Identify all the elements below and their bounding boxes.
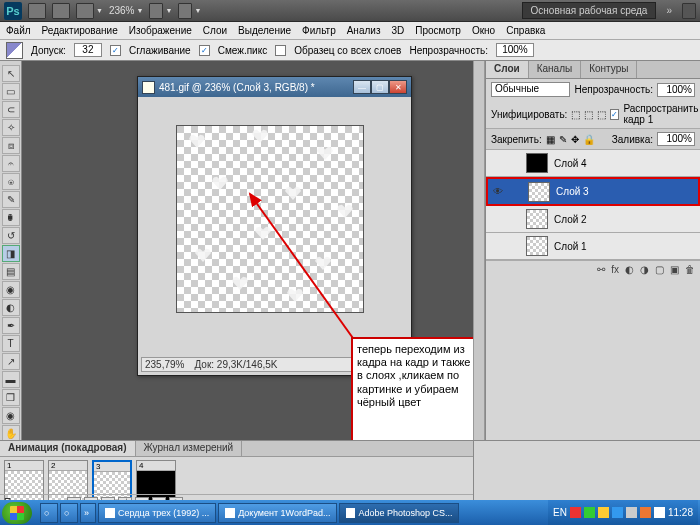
tray-icon-2[interactable]	[584, 507, 595, 518]
document-titlebar[interactable]: 481.gif @ 236% (Слой 3, RGB/8) * — ▢ ✕	[138, 77, 411, 97]
lasso-tool[interactable]: ⊂	[2, 101, 20, 118]
quicklaunch-2[interactable]: ○	[60, 503, 78, 523]
quicklaunch-1[interactable]: ○	[40, 503, 58, 523]
healing-tool[interactable]: ⍟	[2, 173, 20, 190]
tray-icon-5[interactable]	[626, 507, 637, 518]
blur-tool[interactable]: ◉	[2, 281, 20, 298]
tray-icon-4[interactable]	[612, 507, 623, 518]
brush-tool[interactable]: ✎	[2, 191, 20, 208]
3d-camera-tool[interactable]: ◉	[2, 407, 20, 424]
layer-thumb	[526, 209, 548, 229]
layer-opacity-input[interactable]: 100%	[657, 83, 695, 97]
taskbar-item[interactable]: Сердца трех (1992) ...	[98, 503, 216, 523]
stamp-tool[interactable]: ⧯	[2, 209, 20, 226]
maximize-button[interactable]: ▢	[371, 80, 389, 94]
screen-mode-dropdown[interactable]: ▼	[178, 3, 201, 19]
wand-tool[interactable]: ✧	[2, 119, 20, 136]
tab-paths[interactable]: Контуры	[581, 61, 637, 78]
path-tool[interactable]: ↗	[2, 353, 20, 370]
unify-style-icon[interactable]: ⬚	[597, 109, 606, 120]
layer-row[interactable]: Слой 1	[486, 233, 700, 260]
tab-measurement-log[interactable]: Журнал измерений	[136, 441, 243, 456]
menu-3d[interactable]: 3D	[391, 25, 404, 36]
menu-edit[interactable]: Редактирование	[42, 25, 118, 36]
app-titlebar: Ps ▼ 236%▼ ▼ ▼ Основная рабочая среда »	[0, 0, 700, 22]
unify-pos-icon[interactable]: ⬚	[571, 109, 580, 120]
menu-file[interactable]: Файл	[6, 25, 31, 36]
menu-layers[interactable]: Слои	[203, 25, 227, 36]
history-brush-tool[interactable]: ↺	[2, 227, 20, 244]
tab-animation[interactable]: Анимация (покадровая)	[0, 441, 136, 456]
menu-select[interactable]: Выделение	[238, 25, 291, 36]
delete-layer-icon[interactable]: 🗑	[685, 264, 695, 275]
visibility-icon[interactable]: 👁	[488, 186, 508, 197]
taskbar-item[interactable]: Документ 1WordPad...	[218, 503, 337, 523]
all-layers-checkbox[interactable]	[275, 45, 286, 56]
cslive-icon[interactable]	[682, 3, 696, 19]
bridge-icon[interactable]	[28, 3, 46, 19]
crop-tool[interactable]: ⧈	[2, 137, 20, 154]
pen-tool[interactable]: ✒	[2, 317, 20, 334]
workspace-more-icon[interactable]: »	[662, 5, 676, 16]
minibridge-icon[interactable]	[52, 3, 70, 19]
close-button[interactable]: ✕	[389, 80, 407, 94]
lock-pos-icon[interactable]: ✥	[571, 134, 579, 145]
lock-all-icon[interactable]: 🔒	[583, 134, 595, 145]
taskbar-item[interactable]: Adobe Photoshop CS...	[339, 503, 459, 523]
new-layer-icon[interactable]: ▣	[670, 264, 679, 275]
panel-collapse-strip[interactable]	[473, 61, 485, 485]
adjustment-icon[interactable]: ◑	[640, 264, 649, 275]
move-tool[interactable]: ↖	[2, 65, 20, 82]
layer-row[interactable]: Слой 2	[486, 206, 700, 233]
start-button[interactable]	[2, 502, 32, 524]
tab-layers[interactable]: Слои	[486, 61, 529, 78]
canvas[interactable]	[176, 125, 364, 313]
quicklaunch-more[interactable]: »	[80, 503, 96, 523]
menu-view[interactable]: Просмотр	[415, 25, 461, 36]
layer-row[interactable]: Слой 4	[486, 150, 700, 177]
workspace-switcher[interactable]: Основная рабочая среда	[522, 2, 657, 19]
eyedropper-tool[interactable]: 𝄐	[2, 155, 20, 172]
lock-trans-icon[interactable]: ▦	[546, 134, 555, 145]
hand-tool-dropdown[interactable]: ▼	[149, 3, 172, 19]
tray-icon-6[interactable]	[640, 507, 651, 518]
zoom-dropdown[interactable]: 236%▼	[109, 5, 144, 16]
view-arrange-dropdown[interactable]: ▼	[76, 3, 103, 19]
tray-icon-3[interactable]	[598, 507, 609, 518]
fx-icon[interactable]: fx	[611, 264, 619, 275]
tool-preset-icon[interactable]	[6, 42, 23, 59]
tab-channels[interactable]: Каналы	[529, 61, 582, 78]
contiguous-checkbox[interactable]: ✓	[199, 45, 210, 56]
minimize-button[interactable]: —	[353, 80, 371, 94]
mask-icon[interactable]: ◐	[625, 264, 634, 275]
shape-tool[interactable]: ▬	[2, 371, 20, 388]
tolerance-input[interactable]: 32	[74, 43, 102, 57]
menu-image[interactable]: Изображение	[129, 25, 192, 36]
eraser-tool[interactable]: ◨	[2, 245, 20, 262]
tray-icon-7[interactable]	[654, 507, 665, 518]
layer-row[interactable]: 👁Слой 3	[486, 177, 700, 206]
fill-input[interactable]: 100%	[657, 132, 695, 146]
tray-icon-1[interactable]	[570, 507, 581, 518]
propagate-checkbox[interactable]: ✓	[610, 109, 619, 120]
lock-paint-icon[interactable]: ✎	[559, 134, 567, 145]
unify-vis-icon[interactable]: ⬚	[584, 109, 593, 120]
menu-help[interactable]: Справка	[506, 25, 545, 36]
3d-tool[interactable]: ❒	[2, 389, 20, 406]
lang-indicator[interactable]: EN	[553, 507, 567, 518]
gradient-tool[interactable]: ▤	[2, 263, 20, 280]
menu-window[interactable]: Окно	[472, 25, 495, 36]
clock[interactable]: 11:28	[668, 507, 693, 518]
link-layers-icon[interactable]: ⚯	[597, 264, 605, 275]
opacity-input[interactable]: 100%	[496, 43, 534, 57]
type-tool[interactable]: T	[2, 335, 20, 352]
zoom-value: 236%	[109, 5, 135, 16]
blend-mode-select[interactable]: Обычные	[491, 82, 570, 97]
menu-analysis[interactable]: Анализ	[347, 25, 381, 36]
marquee-tool[interactable]: ▭	[2, 83, 20, 100]
menu-filter[interactable]: Фильтр	[302, 25, 336, 36]
layer-opacity-label: Непрозрачность:	[574, 84, 653, 95]
dodge-tool[interactable]: ◐	[2, 299, 20, 316]
antialias-checkbox[interactable]: ✓	[110, 45, 121, 56]
group-icon[interactable]: ▢	[655, 264, 664, 275]
